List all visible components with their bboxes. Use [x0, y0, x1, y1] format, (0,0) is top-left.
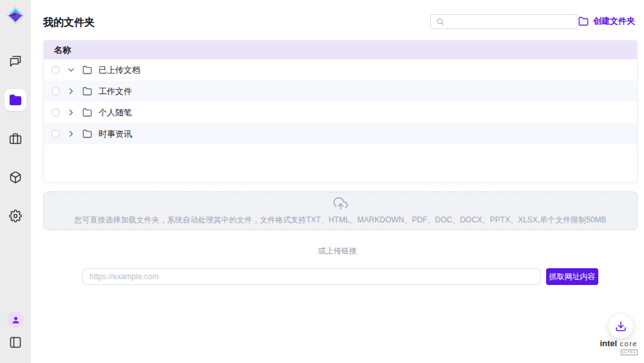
table-header-name: 名称	[44, 41, 637, 59]
intel-core-logo: intel core ULTRA	[600, 338, 638, 355]
url-input[interactable]	[82, 268, 541, 285]
folder-icon	[82, 65, 92, 75]
search-input[interactable]	[444, 17, 577, 26]
main-content: 我的文件夹 创建文件夹 名称 已上传文档 工作文件	[31, 0, 644, 363]
box-icon	[9, 171, 22, 184]
table-row[interactable]: 工作文件	[44, 81, 637, 102]
table-row[interactable]: 已上传文档	[44, 59, 637, 81]
ultra-badge: ULTRA	[621, 349, 638, 355]
upload-hint: 您可直接选择加载文件夹，系统自动处理其中的文件，文件格式支持TXT、HTML、M…	[44, 215, 637, 226]
folder-plus-icon	[578, 16, 589, 26]
fetch-url-button[interactable]: 抓取网址内容	[546, 268, 598, 285]
chevron-right-icon[interactable]	[66, 108, 76, 117]
folder-name: 工作文件	[99, 86, 132, 97]
table-row[interactable]: 个人随笔	[44, 102, 637, 123]
sidebar-toggle-icon	[9, 336, 22, 349]
chevron-right-icon[interactable]	[66, 129, 76, 139]
chevron-down-icon[interactable]	[66, 65, 76, 75]
folder-icon	[82, 108, 92, 117]
folder-icon	[82, 129, 92, 139]
intel-word: intel	[600, 338, 617, 348]
row-checkbox[interactable]	[52, 130, 60, 138]
folder-name: 已上传文档	[99, 64, 140, 76]
person-icon	[11, 315, 21, 325]
or-upload-link-label: 或上传链接	[31, 246, 644, 257]
row-checkbox[interactable]	[52, 87, 60, 95]
download-fab[interactable]	[609, 314, 633, 338]
download-icon	[615, 320, 627, 332]
chat-icon	[9, 55, 22, 68]
row-checkbox[interactable]	[52, 108, 60, 117]
upload-dropzone[interactable]: 您可直接选择加载文件夹，系统自动处理其中的文件，文件格式支持TXT、HTML、M…	[43, 191, 638, 230]
sidebar-toggle[interactable]	[9, 336, 22, 351]
create-folder-label: 创建文件夹	[593, 15, 635, 27]
folder-table-body: 已上传文档 工作文件 个人随笔 时事资讯	[44, 59, 637, 144]
row-checkbox[interactable]	[52, 66, 60, 74]
briefcase-icon	[9, 132, 22, 145]
create-folder-button[interactable]: 创建文件夹	[578, 15, 635, 27]
gear-icon	[9, 210, 22, 222]
sidebar-item-folders[interactable]	[5, 89, 26, 111]
page-title: 我的文件夹	[43, 16, 95, 30]
sidebar-item-chat[interactable]	[5, 50, 26, 72]
chevron-right-icon[interactable]	[66, 86, 76, 96]
folder-name: 时事资讯	[99, 128, 132, 140]
search-box	[430, 14, 578, 29]
user-avatar[interactable]	[7, 311, 24, 328]
table-row[interactable]: 时事资讯	[44, 123, 637, 144]
sidebar-item-models[interactable]	[5, 166, 26, 188]
search-icon	[436, 17, 444, 26]
diamond-logo[interactable]	[5, 5, 26, 26]
folder-icon	[82, 86, 92, 96]
folder-table: 名称 已上传文档 工作文件 个人随笔 时事资讯	[43, 40, 638, 182]
sidebar-item-settings[interactable]	[5, 205, 26, 227]
core-word: core	[620, 340, 638, 348]
sidebar-item-workspace[interactable]	[5, 128, 26, 150]
upload-cloud-icon	[332, 197, 349, 211]
sidebar	[0, 0, 31, 363]
folder-icon	[9, 93, 22, 106]
folder-name: 个人随笔	[99, 107, 132, 119]
